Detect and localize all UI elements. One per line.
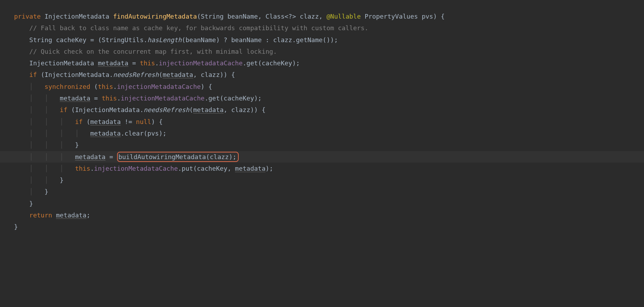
paren: (	[90, 83, 98, 90]
code-line[interactable]: }	[0, 221, 644, 233]
brace: }	[60, 176, 64, 184]
operator: =	[105, 153, 117, 161]
code-line[interactable]: │ │ }	[0, 174, 644, 186]
code-line[interactable]: │ │ if (InjectionMetadata.needsRefresh(m…	[0, 104, 644, 116]
indent-guide: │ │ │ │	[29, 130, 90, 137]
code-line[interactable]: │ │ │ if (metadata != null) {	[0, 116, 644, 128]
keyword-private: private	[14, 13, 41, 20]
code-line[interactable]: private InjectionMetadata findAutowiring…	[0, 11, 644, 22]
paren: (	[189, 106, 193, 113]
arg: metadata	[163, 71, 193, 78]
code-line[interactable]: // Quick check on the concurrent map fir…	[0, 46, 644, 57]
paren: (	[197, 13, 201, 20]
code-line[interactable]: InjectionMetadata metadata = this.inject…	[0, 57, 644, 69]
var-name: metadata	[98, 59, 128, 67]
indent-guide: │ │ │	[29, 165, 75, 172]
keyword-if: if	[60, 106, 67, 113]
comment: // Fall back to class name as cache key,…	[29, 24, 368, 32]
keyword-this: this	[140, 59, 155, 67]
space	[52, 211, 56, 219]
indent-guide: │ │	[29, 176, 60, 184]
indent-guide: │ │	[29, 106, 60, 113]
indent-guide: │	[29, 83, 44, 90]
param-type: PropertyValues	[365, 13, 418, 20]
brace: }	[29, 200, 33, 207]
operator: =	[90, 94, 102, 102]
var-name: metadata	[90, 118, 121, 125]
dot: .	[144, 36, 148, 44]
comma: ,	[319, 13, 327, 20]
code-line[interactable]: │ │ │ this.injectionMetadataCache.put(ca…	[0, 163, 644, 174]
generic: <?>	[285, 13, 296, 20]
dot: .	[113, 83, 117, 90]
param-name: clazz	[300, 13, 319, 20]
static-method: needsRefresh	[144, 106, 189, 113]
var-name: metadata	[56, 211, 86, 219]
code-line-highlighted[interactable]: │ │ │ metadata = buildAutowiringMetadata…	[0, 151, 644, 163]
dot: .	[90, 165, 94, 172]
code-line[interactable]: │ │ │ │ metadata.clear(pvs);	[0, 128, 644, 139]
paren: );	[265, 165, 273, 172]
var-name: metadata	[90, 130, 121, 137]
code-editor[interactable]: private InjectionMetadata findAutowiring…	[0, 11, 644, 233]
param-type: String	[201, 13, 224, 20]
field-ref: injectionMetadataCache	[94, 165, 178, 172]
paren: (	[83, 118, 90, 125]
param-name: beanName	[227, 13, 258, 20]
indent-guide: │ │ │	[29, 141, 75, 149]
keyword-this: this	[98, 83, 113, 90]
arg: metadata	[235, 165, 266, 172]
dot: .	[155, 59, 159, 67]
keyword-synchronized: synchronized	[45, 83, 90, 90]
field-ref: injectionMetadataCache	[117, 83, 201, 90]
keyword-this: this	[75, 165, 90, 172]
method-name: findAutowiringMetadata	[113, 13, 197, 20]
paren: (	[37, 71, 45, 78]
code-line[interactable]: String cacheKey = (StringUtils.hasLength…	[0, 34, 644, 46]
code-line[interactable]: }	[0, 198, 644, 209]
rest: .clear(pvs);	[121, 130, 166, 137]
arg: metadata	[193, 106, 224, 113]
paren: (	[67, 106, 75, 113]
code-line[interactable]: │ │ │ }	[0, 139, 644, 151]
dot: .	[109, 71, 113, 78]
keyword-this: this	[102, 94, 117, 102]
paren: ) {	[433, 13, 445, 20]
var-name: metadata	[75, 153, 105, 161]
indent-guide: │	[29, 188, 44, 195]
method-call: buildAutowiringMetadata(clazz);	[118, 153, 237, 161]
keyword-null: null	[136, 118, 151, 125]
code-line[interactable]: // Fall back to class name as cache key,…	[0, 22, 644, 34]
brace: }	[14, 223, 18, 230]
rest: (beanName) ? beanName : clazz.getName())…	[182, 36, 338, 44]
brace: }	[75, 141, 79, 149]
field-ref: injectionMetadataCache	[121, 94, 204, 102]
param-type: Class	[265, 13, 284, 20]
var-type: InjectionMetadata	[29, 59, 94, 67]
highlighted-call: buildAutowiringMetadata(clazz);	[117, 152, 239, 162]
class-ref: InjectionMetadata	[45, 71, 109, 78]
return-type: InjectionMetadata	[45, 13, 109, 20]
code-line[interactable]: │ synchronized (this.injectionMetadataCa…	[0, 81, 644, 92]
class-ref: InjectionMetadata	[75, 106, 140, 113]
dot: .	[117, 94, 121, 102]
keyword-if: if	[75, 118, 83, 125]
indent-guide: │ │ │	[29, 153, 75, 161]
class-ref: StringUtils	[102, 36, 143, 44]
rest: , clazz)) {	[224, 106, 265, 113]
field-ref: injectionMetadataCache	[159, 59, 243, 67]
rest: .get(cacheKey);	[243, 59, 300, 67]
code-line[interactable]: return metadata;	[0, 209, 644, 221]
code-line[interactable]: │ }	[0, 186, 644, 197]
operator: =	[128, 59, 140, 67]
var-type: String	[29, 36, 52, 44]
code-line[interactable]: │ │ metadata = this.injectionMetadataCac…	[0, 92, 644, 104]
paren: ) {	[201, 83, 212, 90]
code-line[interactable]: if (InjectionMetadata.needsRefresh(metad…	[0, 69, 644, 80]
static-method: needsRefresh	[113, 71, 159, 78]
var-name: cacheKey	[56, 36, 86, 44]
paren: (	[159, 71, 163, 78]
semicolon: ;	[86, 211, 90, 219]
rest: .put(cacheKey,	[178, 165, 235, 172]
annotation: @Nullable	[327, 13, 361, 20]
